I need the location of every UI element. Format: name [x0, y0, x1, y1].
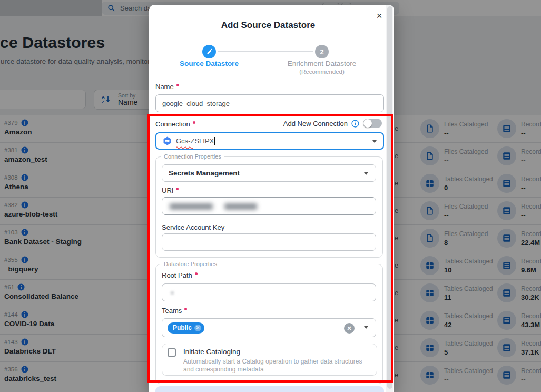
required-marker	[176, 84, 179, 86]
gcs-icon	[162, 136, 172, 146]
team-chip-label: Public	[173, 324, 192, 331]
required-marker	[195, 272, 198, 275]
teams-select[interactable]: Public ✕ ✕	[162, 318, 376, 337]
required-marker	[193, 121, 195, 124]
redacted-value	[171, 291, 174, 295]
connection-selected-value: Gcs-ZSLIPX	[176, 137, 214, 145]
auth-method-select[interactable]: Secrets Management	[162, 164, 376, 182]
add-new-connection-label: Add New Connection	[283, 120, 348, 128]
info-icon[interactable]	[351, 120, 359, 128]
initiate-cataloging-description: Automatically start a Catalog operation …	[183, 358, 362, 374]
scrollbar-thumb[interactable]	[387, 6, 392, 389]
chip-remove-icon[interactable]: ✕	[194, 325, 201, 331]
name-input[interactable]: google_cloud_storage	[155, 94, 384, 112]
add-new-connection-toggle[interactable]	[363, 119, 382, 128]
root-path-input[interactable]	[162, 283, 376, 301]
initiate-cataloging-checkbox[interactable]	[168, 348, 176, 357]
connection-properties-group: Connection Properties Secrets Management…	[155, 156, 383, 258]
redacted-value	[170, 203, 213, 210]
name-field-label: Name	[155, 83, 179, 91]
connection-select[interactable]: Gcs-ZSLIPX	[155, 132, 384, 150]
service-account-key-label: Service Account Key	[162, 223, 224, 231]
uri-field-label: URI	[162, 187, 179, 194]
redacted-value	[224, 203, 257, 210]
text-cursor	[214, 137, 215, 145]
connection-field-label: Connection	[155, 120, 195, 128]
modal-title: Add Source Datastore	[149, 20, 387, 31]
step2-label[interactable]: Enrichment Datastore	[280, 60, 364, 67]
step2-circle: 2	[315, 45, 329, 58]
uri-input[interactable]	[162, 197, 376, 215]
datastore-properties-group: Datastore Properties Root Path Teams Pub…	[155, 264, 383, 384]
chevron-down-icon[interactable]	[372, 140, 377, 143]
step2-sublabel: (Recommended)	[280, 68, 364, 75]
modal-scrollbar[interactable]	[386, 5, 393, 392]
required-marker	[184, 308, 187, 310]
step1-circle	[202, 45, 216, 58]
pencil-icon	[206, 48, 213, 55]
clear-all-icon[interactable]: ✕	[344, 323, 355, 334]
chevron-down-icon[interactable]	[364, 172, 368, 175]
datastore-properties-legend: Datastore Properties	[161, 261, 220, 267]
spellcheck-squiggle	[176, 146, 193, 149]
required-marker	[176, 188, 179, 190]
teams-label: Teams	[162, 307, 187, 315]
initiate-cataloging-box: Initiate Cataloging Automatically start …	[162, 344, 377, 376]
toggle-knob	[363, 119, 372, 128]
step1-label[interactable]: Source Datastore	[167, 60, 251, 67]
next-section-banner	[155, 386, 384, 392]
chevron-down-icon[interactable]	[364, 326, 368, 329]
connection-properties-legend: Connection Properties	[161, 153, 224, 160]
root-path-label: Root Path	[162, 271, 198, 279]
add-source-datastore-modal: × Add Source Datastore 2 Source Datastor…	[149, 5, 394, 392]
team-chip[interactable]: Public ✕	[168, 322, 204, 334]
stepper-connector	[218, 51, 313, 52]
service-account-key-input[interactable]	[162, 233, 376, 251]
initiate-cataloging-label: Initiate Cataloging	[183, 348, 240, 356]
